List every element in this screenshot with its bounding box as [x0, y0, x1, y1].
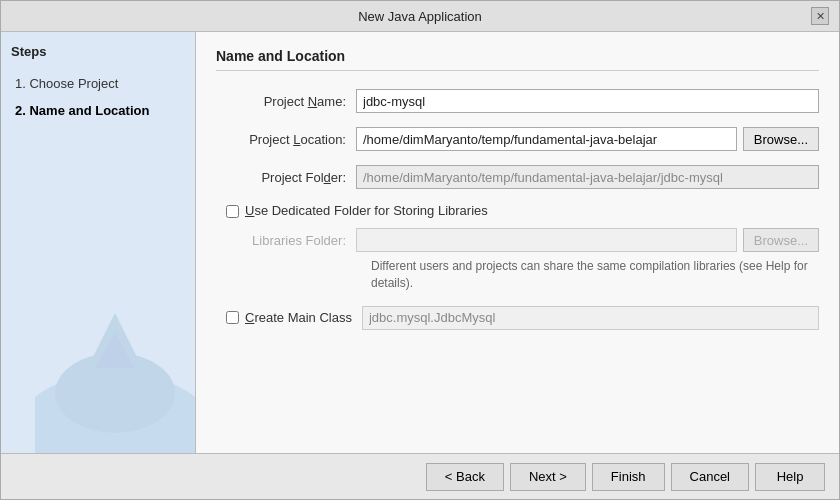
- project-folder-input[interactable]: [356, 165, 819, 189]
- libraries-hint: Different users and projects can share t…: [216, 258, 819, 292]
- finish-button[interactable]: Finish: [592, 463, 665, 491]
- project-name-label: Project Name:: [216, 94, 356, 109]
- sidebar-step-2: 2. Name and Location: [11, 98, 185, 125]
- sidebar-step-1: 1. Choose Project: [11, 71, 185, 98]
- next-button[interactable]: Next >: [510, 463, 586, 491]
- create-main-input: [362, 306, 819, 330]
- sidebar: Steps 1. Choose Project 2. Name and Loca…: [1, 32, 196, 453]
- project-name-row: Project Name:: [216, 89, 819, 113]
- footer: < Back Next > Finish Cancel Help: [1, 453, 839, 499]
- dialog-body: Steps 1. Choose Project 2. Name and Loca…: [1, 32, 839, 453]
- project-folder-row: Project Folder:: [216, 165, 819, 189]
- section-title: Name and Location: [216, 48, 819, 71]
- use-dedicated-label[interactable]: Use Dedicated Folder for Storing Librari…: [245, 203, 488, 218]
- sidebar-heading: Steps: [11, 44, 185, 59]
- close-button[interactable]: ✕: [811, 7, 829, 25]
- libraries-browse-button: Browse...: [743, 228, 819, 252]
- help-button[interactable]: Help: [755, 463, 825, 491]
- sidebar-decoration: [35, 293, 195, 453]
- libraries-folder-row: Libraries Folder: Browse...: [216, 228, 819, 252]
- main-content: Name and Location Project Name: Project …: [196, 32, 839, 453]
- project-folder-label: Project Folder:: [216, 170, 356, 185]
- project-location-row: Project Location: Browse...: [216, 127, 819, 151]
- cancel-button[interactable]: Cancel: [671, 463, 749, 491]
- use-dedicated-checkbox[interactable]: [226, 205, 239, 218]
- project-location-browse-button[interactable]: Browse...: [743, 127, 819, 151]
- create-main-checkbox[interactable]: [226, 311, 239, 324]
- create-main-label[interactable]: Create Main Class: [245, 310, 352, 325]
- libraries-folder-input: [356, 228, 737, 252]
- dialog-title: New Java Application: [29, 9, 811, 24]
- title-bar: New Java Application ✕: [1, 1, 839, 32]
- project-location-input[interactable]: [356, 127, 737, 151]
- dialog: New Java Application ✕ Steps 1. Choose P…: [0, 0, 840, 500]
- create-main-row: Create Main Class: [216, 306, 819, 330]
- back-button[interactable]: < Back: [426, 463, 504, 491]
- project-name-input[interactable]: [356, 89, 819, 113]
- libraries-folder-label: Libraries Folder:: [226, 233, 356, 248]
- project-location-label: Project Location:: [216, 132, 356, 147]
- use-dedicated-row: Use Dedicated Folder for Storing Librari…: [216, 203, 819, 218]
